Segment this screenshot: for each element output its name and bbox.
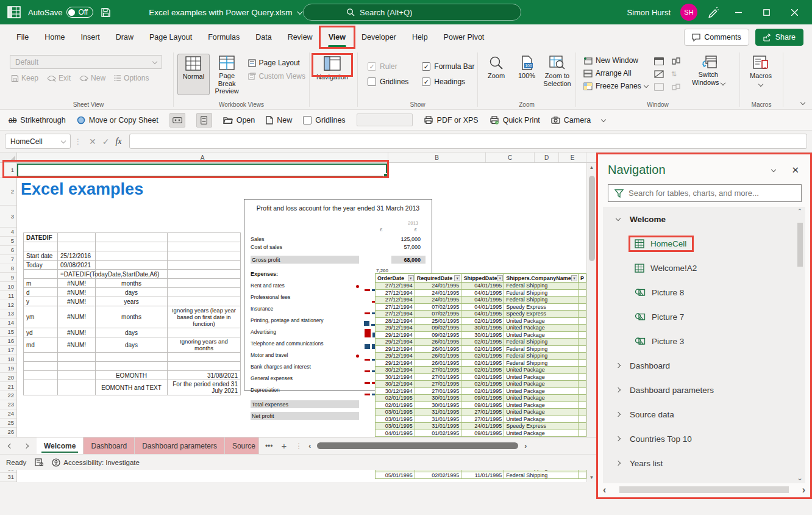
orders-cell[interactable]: 29/12/1994 [376, 345, 415, 353]
datedif-cell[interactable]: 25/12/2016 [58, 251, 96, 261]
row-header-14[interactable]: 14 [0, 319, 16, 328]
orders-cell[interactable]: 09/01/1995 [461, 430, 504, 437]
toolbar-toggle-1[interactable] [169, 113, 185, 128]
orders-header-requireddate[interactable]: RequiredDate▾ [415, 274, 461, 283]
column-header-D[interactable]: D [535, 153, 559, 162]
insert-function-icon[interactable]: fx [115, 137, 121, 146]
autosave-toggle[interactable]: AutoSave Off [28, 7, 93, 18]
orders-cell[interactable]: 27/01/1995 [415, 367, 461, 374]
nav-item-countries-top-10[interactable]: Countries Top 10 [603, 427, 805, 451]
orders-cell[interactable] [578, 395, 586, 402]
pdf-or-xps-button[interactable]: PDF or XPS [424, 116, 479, 124]
datedif-cell[interactable] [24, 242, 58, 251]
datedif-cell[interactable]: Today [24, 261, 58, 270]
datedif-cell[interactable] [24, 353, 58, 362]
orders-cell[interactable]: 24/01/1995 [415, 297, 461, 304]
datedif-cell[interactable]: years [96, 297, 168, 306]
nav-item-picture-7[interactable]: Picture 7 [603, 304, 805, 329]
datedif-cell[interactable]: Ignoring years (leap year based on first… [168, 306, 241, 328]
orders-cell[interactable]: 24/01/1995 [415, 283, 461, 290]
orders-cell[interactable] [578, 353, 586, 360]
datedif-cell[interactable] [168, 328, 241, 337]
orders-cell[interactable]: 30/12/1994 [376, 381, 415, 388]
avatar[interactable]: SH [680, 4, 697, 21]
orders-cell[interactable]: 02/01/1995 [461, 345, 504, 353]
save-button[interactable] [101, 7, 111, 18]
datedif-cell[interactable] [96, 261, 168, 270]
tab-view[interactable]: View [321, 24, 354, 50]
datedif-cell[interactable]: 09/08/2021 [58, 261, 96, 270]
sheet-view-keep-button[interactable]: Keep [11, 74, 38, 82]
orders-cell[interactable]: Federal Shipping [504, 283, 579, 290]
orders-cell[interactable]: 27/01/1995 [415, 373, 461, 381]
orders-cell[interactable]: 27/12/1994 [376, 311, 415, 318]
orders-cell[interactable]: 02/01/1995 [461, 381, 504, 388]
orders-cell[interactable]: Federal Shipping [504, 353, 579, 360]
row-header-8[interactable]: 8 [0, 264, 16, 273]
orders-cell[interactable]: 29/12/1994 [376, 359, 415, 367]
orders-cell[interactable]: 09/02/1995 [415, 331, 461, 339]
tab-splitter-handle[interactable]: ⋮ [295, 445, 302, 447]
pane-scroll-up-icon[interactable]: ⌃ [797, 208, 802, 214]
chevron-down-icon[interactable] [616, 216, 621, 221]
orders-cell[interactable]: United Package [504, 430, 579, 437]
switch-windows-button[interactable]: Switch Windows [688, 54, 728, 91]
orders-cell[interactable]: 26/01/1995 [415, 345, 461, 353]
arrange-all-button[interactable]: Arrange All [583, 69, 648, 77]
orders-cell[interactable]: 01/02/1995 [415, 430, 461, 437]
orders-cell[interactable]: 30/01/1995 [461, 325, 504, 332]
datedif-cell[interactable]: days [96, 288, 168, 297]
tab-scroll-left-icon[interactable] [8, 443, 13, 448]
gridlines-checkbox[interactable]: Gridlines [368, 77, 408, 86]
filter-dropdown-icon[interactable]: ▾ [497, 275, 503, 281]
row-header-20[interactable]: 20 [0, 373, 16, 382]
row-header-5[interactable]: 5 [0, 237, 16, 246]
orders-cell[interactable]: 26/01/1995 [415, 359, 461, 367]
orders-cell[interactable]: 02/02/1995 [415, 472, 461, 479]
tab-developer[interactable]: Developer [354, 24, 404, 50]
row-header-23[interactable]: 23 [0, 400, 16, 409]
pane-horizontal-scrollbar[interactable]: ‹ › [603, 484, 805, 495]
orders-cell[interactable]: United Package [504, 317, 579, 325]
datedif-cell[interactable] [168, 353, 241, 362]
search-box[interactable]: Search (Alt+Q) [303, 4, 521, 21]
pane-scroll-thumb[interactable] [797, 223, 803, 267]
orders-cell[interactable]: 03/01/1995 [376, 423, 415, 430]
datedif-cell[interactable] [168, 297, 241, 306]
formula-bar-handle[interactable]: ⋮ [74, 140, 82, 143]
share-button[interactable]: Share [755, 29, 803, 46]
orders-cell[interactable] [578, 339, 586, 346]
orders-header-shippers-companyname[interactable]: Shippers.CompanyName▾ [504, 274, 579, 283]
datedif-cell[interactable]: md [24, 337, 58, 353]
new-button[interactable]: New [266, 116, 292, 124]
datedif-cell[interactable]: months [96, 279, 168, 288]
orders-header-shippeddate[interactable]: ShippedDate▾ [461, 274, 504, 283]
datedif-cell[interactable]: ym [24, 306, 58, 328]
orders-cell[interactable]: 26/01/1995 [415, 353, 461, 360]
chevron-right-icon[interactable] [616, 412, 621, 417]
nav-item-dashboard[interactable]: Dashboard [603, 353, 805, 378]
chevron-right-icon[interactable] [616, 461, 621, 466]
reset-window-position-button[interactable] [671, 83, 681, 91]
orders-cell[interactable]: 24/01/1995 [461, 423, 504, 430]
datedif-cell[interactable] [24, 371, 58, 380]
orders-cell[interactable]: 09/02/1995 [415, 325, 461, 332]
custom-views-button[interactable]: Custom Views [248, 72, 305, 81]
orders-cell[interactable]: 30/01/1995 [461, 331, 504, 339]
page-break-preview-button[interactable]: Page Break Preview [211, 54, 243, 95]
formula-input[interactable] [129, 134, 807, 149]
orders-header-p[interactable]: P [578, 274, 586, 283]
orders-cell[interactable]: 09/01/1995 [461, 395, 504, 402]
chevron-right-icon[interactable] [616, 436, 621, 441]
datedif-cell[interactable]: #NUM! [58, 328, 96, 337]
orders-cell[interactable]: 02/01/1995 [461, 339, 504, 346]
orders-cell[interactable]: 03/01/1995 [376, 409, 415, 416]
toolbar-overflow-chevron[interactable] [601, 117, 606, 121]
datedif-cell[interactable] [58, 233, 96, 242]
orders-cell[interactable] [578, 303, 586, 311]
orders-cell[interactable]: 27/01/1995 [415, 387, 461, 395]
orders-cell[interactable]: United Package [504, 325, 579, 332]
pane-scroll-left-icon[interactable]: ‹ [603, 484, 606, 495]
datedif-cell[interactable]: months [96, 306, 168, 328]
orders-cell[interactable]: Speedy Express [504, 303, 579, 311]
